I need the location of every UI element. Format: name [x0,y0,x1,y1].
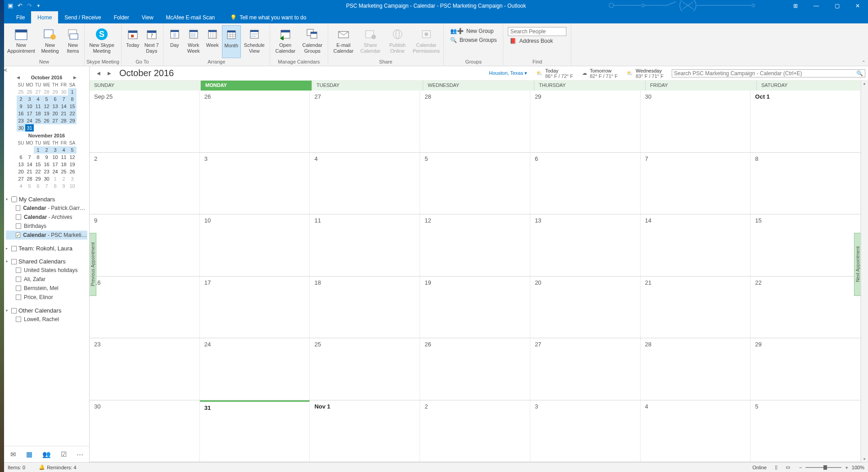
minical-day[interactable]: 8 [68,95,77,103]
qat-app-icon[interactable]: ▣ [8,2,13,9]
tab-mcafee[interactable]: McAfee E-mail Scan [160,11,222,23]
minical-day[interactable]: 25 [59,168,68,175]
calendar-cell[interactable]: 13 [530,214,641,276]
weather-tomorrow[interactable]: ☁Tomorrow82° F / 71° F [582,68,618,79]
more-nav-icon[interactable]: ⋯ [77,450,83,458]
minical-day[interactable]: 5 [42,95,51,103]
calendar-item-patrick[interactable]: Calendar - Patrick.Garrett@as... [6,204,87,213]
schedule-view-button[interactable]: Schedule View [241,25,268,58]
qat-customize-icon[interactable]: ▼ [36,4,41,8]
minical-day[interactable]: 11 [34,103,42,110]
calendar-cell[interactable]: 30 [641,91,751,152]
calendar-cell[interactable]: 22 [750,277,861,338]
calendar-cell[interactable]: 29 [530,91,641,152]
minical-day[interactable]: 3 [51,146,59,154]
calendar-cell[interactable]: 10 [200,214,310,276]
minical-day[interactable]: 26 [68,168,77,175]
minical-day[interactable]: 29 [34,175,42,182]
minical-day[interactable]: 7 [25,154,34,161]
calendar-cell[interactable]: 12 [420,214,530,276]
minical-day[interactable]: 7 [42,182,51,190]
email-calendar-button[interactable]: E-mail Calendar [330,25,357,58]
calendar-cell[interactable]: 4 [641,400,751,462]
tell-me[interactable]: 💡 Tell me what you want to do [230,11,306,23]
minical-day[interactable]: 24 [51,168,59,175]
calendar-grid[interactable]: Sep 252627282930Oct 12345678910111213141… [90,91,861,462]
minical-day[interactable]: 1 [51,175,59,182]
minical-day[interactable]: 3 [68,175,77,182]
week-view-button[interactable]: Week [203,25,222,58]
minical-day[interactable]: 1 [34,146,42,154]
minical-day[interactable] [59,124,68,132]
calendar-cell[interactable]: 3 [200,153,310,214]
minical-day[interactable]: 18 [59,161,68,168]
minical-day[interactable]: 5 [68,146,77,154]
calendar-cell[interactable]: Nov 1 [310,400,420,462]
view-reading-icon[interactable]: ▭ [786,464,790,470]
calendar-cell[interactable]: 29 [750,338,861,400]
minical-day[interactable]: 29 [68,117,77,124]
calendar-cell[interactable]: 16 [90,277,200,338]
minical-day[interactable]: 13 [17,161,25,168]
calendar-cell[interactable]: 28 [420,91,530,152]
minical-day[interactable]: 23 [42,168,51,175]
share-calendar-button[interactable]: Share Calendar [357,25,384,58]
open-calendar-button[interactable]: Open Calendar [272,25,299,58]
minical-day[interactable]: 16 [17,110,25,117]
calendar-cell[interactable]: 18 [310,277,420,338]
calendar-cell[interactable]: 6 [530,153,641,214]
minical-day[interactable]: 15 [68,103,77,110]
calendar-cell[interactable]: 28 [641,338,751,400]
search-icon[interactable]: 🔍 [856,70,863,77]
calendar-cell[interactable]: 31 [200,400,310,462]
minical-day[interactable]: 18 [34,110,42,117]
minical-day[interactable]: 22 [68,110,77,117]
new-meeting-button[interactable]: New Meeting [36,25,63,58]
calendar-cell[interactable]: 27 [530,338,641,400]
minical-day[interactable]: 31 [25,124,34,132]
weather-today[interactable]: ⛅Today86° F / 72° F [536,68,573,79]
minical-day[interactable] [42,124,51,132]
minical-day[interactable]: 10 [68,182,77,190]
calendar-item-archives[interactable]: Calendar - Archives [6,213,87,222]
calendar-cell[interactable]: Oct 1 [750,91,861,152]
minical-day[interactable]: 20 [51,110,59,117]
next-month-icon[interactable]: ▶ [73,75,77,80]
next-7-days-button[interactable]: 7 Next 7 Days [142,25,161,58]
my-calendars-checkbox[interactable] [11,196,17,202]
minical-day[interactable]: 10 [25,103,34,110]
minical-day[interactable]: 30 [59,88,68,95]
calendar-cell[interactable]: 26 [420,338,530,400]
calendar-cell[interactable]: 11 [310,214,420,276]
minical-day[interactable]: 9 [59,182,68,190]
minical-day[interactable] [17,146,25,154]
publish-online-button[interactable]: Publish Online [384,25,411,58]
work-week-button[interactable]: Work Week [184,25,203,58]
zoom-out-button[interactable]: − [799,465,802,470]
calendar-search-input[interactable] [674,70,856,77]
skype-meeting-button[interactable]: S New Skype Meeting [86,25,117,58]
minical-day[interactable]: 27 [34,88,42,95]
shared-calendars-header[interactable]: ▾ Shared Calendars [6,257,87,266]
calendar-cell[interactable]: 5 [420,153,530,214]
calendar-cell[interactable]: 2 [90,153,200,214]
minical-day[interactable]: 2 [59,175,68,182]
minical-day[interactable]: 11 [59,154,68,161]
minical-day[interactable]: 26 [25,88,34,95]
minical-day[interactable]: 9 [17,103,25,110]
weather-wednesday[interactable]: ⛅Wednesday83° F / 71° F [627,68,664,79]
calendar-cell[interactable]: 21 [641,277,751,338]
next-period-button[interactable]: ▶ [106,71,113,76]
calendar-cell[interactable]: 2 [420,400,530,462]
minical-day[interactable]: 7 [59,95,68,103]
minical-day[interactable]: 30 [17,124,25,132]
vertical-scrollbar[interactable]: ▲▼ [861,81,868,462]
new-group-button[interactable]: 👥➕New Group [448,27,499,35]
minical-day[interactable]: 3 [25,95,34,103]
minical-day[interactable]: 14 [59,103,68,110]
minical-day[interactable]: 24 [25,117,34,124]
minical-day[interactable]: 12 [68,154,77,161]
minical-day[interactable]: 23 [17,117,25,124]
search-people-input[interactable] [508,27,566,36]
new-items-button[interactable]: New Items [63,25,82,58]
